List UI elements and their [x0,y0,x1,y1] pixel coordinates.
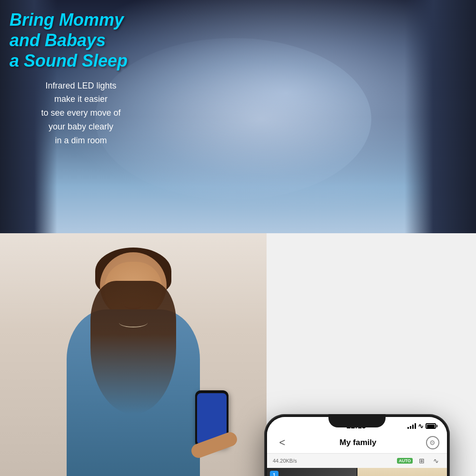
text-overlay: Bring Mommyand Babaysa Sound Sleep Infra… [10,10,152,148]
status-icons: ∿ [407,422,437,430]
layout-icon[interactable]: ⊞ [416,456,427,466]
camera-feeds: 1 2 [267,468,447,476]
battery-tip [436,425,437,427]
notch [328,414,386,427]
woman-photo [0,233,267,476]
battery-fill [427,425,435,428]
speed-right-icons: AUTO ⊞ ∿ [397,456,441,466]
camera-feed-2[interactable]: 2 [357,468,447,476]
back-button[interactable]: < [275,436,290,449]
cam-num-1: 1 [270,471,278,476]
signal-bar-2 [410,426,411,429]
page-container: Bring Mommyand Babaysa Sound Sleep Infra… [0,0,476,476]
signal-bars [407,423,416,429]
wifi-icon: ∿ [418,422,424,430]
signal-bar-1 [407,427,409,429]
app-title: My family [339,438,376,447]
settings-gear-icon[interactable]: ⚙ [426,436,439,449]
battery-body [426,423,436,429]
signal-bar-4 [415,423,416,429]
subtext: Infrared LED lightsmake it easierto see … [10,79,152,148]
person-hair-long [90,281,176,414]
necklace [119,318,148,327]
app-header: < My family ⚙ [267,432,447,454]
camera-feed-1[interactable]: 1 [267,468,357,476]
smartphone: 22:15 ∿ [264,414,450,476]
headline: Bring Mommyand Babaysa Sound Sleep [10,10,152,71]
canopy-right [405,0,476,233]
signal-bar-3 [412,425,414,429]
speed-bar: 44.20KB/s AUTO ⊞ ∿ [267,454,447,468]
top-section: Bring Mommyand Babaysa Sound Sleep Infra… [0,0,476,233]
wifi-signal-icon: ∿ [431,456,441,466]
speed-text: 44.20KB/s [273,458,297,464]
auto-badge: AUTO [397,458,413,464]
bottom-section: 22:15 ∿ [0,233,476,476]
room-background [357,468,447,476]
battery-icon [426,423,437,429]
gear-symbol: ⚙ [429,439,436,446]
